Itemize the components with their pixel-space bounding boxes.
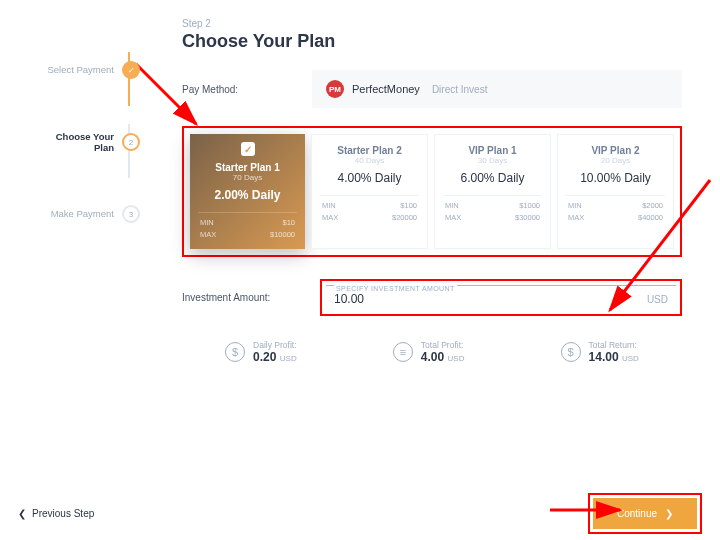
plan-card-vip-2[interactable]: VIP Plan 2 20 Days 10.00% Daily MIN$2000… [557,134,674,249]
check-icon [241,142,255,156]
step-3: Make Payment 3 [40,178,140,250]
plans-highlight-box: Starter Plan 1 70 Days 2.00% Daily MIN$1… [182,126,682,257]
plan-name: VIP Plan 1 [443,145,542,156]
coins-icon: ≡ [393,342,413,362]
plan-card-starter-2[interactable]: Starter Plan 2 40 Days 4.00% Daily MIN$1… [311,134,428,249]
return-icon: $ [561,342,581,362]
continue-highlight-box: Continue ❯ [588,493,702,534]
plan-name: Starter Plan 2 [320,145,419,156]
chevron-right-icon: ❯ [665,508,673,519]
plan-min: MIN$1000 [443,200,542,212]
stat-label: Total Return: [589,340,639,350]
investment-amount-row: Investment Amount: SPECIFY INVESTMENT AM… [182,279,682,316]
plan-max: MAX$20000 [320,212,419,224]
amount-value: 10.00 [334,292,364,306]
step-label: Make Payment [51,208,114,219]
stat-total-return: $ Total Return: 14.00 USD [561,340,639,364]
plan-cards: Starter Plan 1 70 Days 2.00% Daily MIN$1… [190,134,674,249]
amount-highlight-box: SPECIFY INVESTMENT AMOUNT 10.00 USD [320,279,682,316]
plan-days: 70 Days [198,173,297,182]
plan-days: 40 Days [320,156,419,165]
step-circle-done: ✓ [122,61,140,79]
stat-value: 14.00 USD [589,350,639,364]
perfectmoney-logo-icon: PM [326,80,344,98]
pay-method-box: PM PerfectMoney Direct Invest [312,70,682,108]
pay-method-mode: Direct Invest [432,84,488,95]
plan-card-starter-1[interactable]: Starter Plan 1 70 Days 2.00% Daily MIN$1… [190,134,305,249]
plan-rate: 6.00% Daily [443,171,542,185]
previous-step-button[interactable]: ❮ Previous Step [18,508,94,519]
wizard-stepper: Select Payment ✓ Choose Your Plan 2 Make… [40,34,140,250]
coin-icon: $ [225,342,245,362]
amount-currency: USD [647,294,668,305]
step-label: Select Payment [47,64,114,75]
plan-max: MAX$30000 [443,212,542,224]
pay-method-row: Pay Method: PM PerfectMoney Direct Inves… [182,70,682,108]
step-circle-active: 2 [122,133,140,151]
plan-min: MIN$2000 [566,200,665,212]
step-2: Choose Your Plan 2 [40,106,140,178]
plan-name: VIP Plan 2 [566,145,665,156]
stat-value: 0.20 USD [253,350,297,364]
plan-days: 30 Days [443,156,542,165]
stat-total-profit: ≡ Total Profit: 4.00 USD [393,340,465,364]
continue-button[interactable]: Continue ❯ [593,498,697,529]
stat-label: Total Profit: [421,340,465,350]
step-label: Choose Your Plan [40,131,114,154]
step-caption: Step 2 [182,18,682,29]
amount-caption: SPECIFY INVESTMENT AMOUNT [334,285,457,292]
pay-method-label: Pay Method: [182,84,302,95]
pay-method-name: PerfectMoney [352,83,420,95]
plan-rate: 4.00% Daily [320,171,419,185]
stat-label: Daily Profit: [253,340,297,350]
chevron-left-icon: ❮ [18,508,26,519]
wizard-footer: ❮ Previous Step Continue ❯ [0,486,720,540]
step-1: Select Payment ✓ [40,34,140,106]
step-circle: 3 [122,205,140,223]
plan-min: MIN$100 [320,200,419,212]
plan-name: Starter Plan 1 [198,162,297,173]
stat-daily-profit: $ Daily Profit: 0.20 USD [225,340,297,364]
plan-card-vip-1[interactable]: VIP Plan 1 30 Days 6.00% Daily MIN$1000 … [434,134,551,249]
plan-days: 20 Days [566,156,665,165]
plan-rate: 10.00% Daily [566,171,665,185]
page-title: Choose Your Plan [182,31,682,52]
plan-max: MAX$10000 [198,229,297,241]
amount-label: Investment Amount: [182,292,312,303]
plan-rate: 2.00% Daily [198,188,297,202]
main-content: Step 2 Choose Your Plan Pay Method: PM P… [182,18,682,364]
plan-min: MIN$10 [198,217,297,229]
plan-max: MAX$40000 [566,212,665,224]
profit-stats: $ Daily Profit: 0.20 USD ≡ Total Profit:… [182,340,682,364]
stat-value: 4.00 USD [421,350,465,364]
